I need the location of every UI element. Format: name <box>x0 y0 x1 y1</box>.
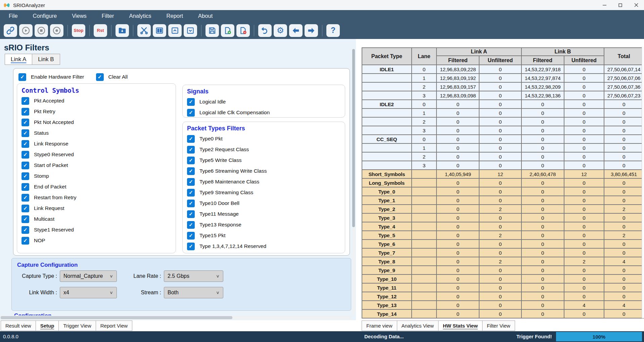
capture-type-dropdown[interactable]: Normal_Capture∨ <box>60 270 117 282</box>
settings-button[interactable]: ⚙ <box>274 24 287 37</box>
checkbox-checked-icon[interactable]: ✓ <box>187 200 195 207</box>
import-button[interactable] <box>116 24 129 37</box>
checkbox-checked-icon[interactable]: ✓ <box>187 178 195 186</box>
checkbox-type6-streaming-write-class[interactable]: ✓Type6 Streaming Write Class <box>183 166 345 176</box>
menu-filter[interactable]: Filter <box>102 13 114 19</box>
checkbox-type11-message[interactable]: ✓Type11 Message <box>183 209 345 219</box>
checkbox-checked-icon[interactable]: ✓ <box>21 97 29 105</box>
checkbox-checked-icon[interactable]: ✓ <box>21 205 29 212</box>
save-button[interactable] <box>205 24 219 37</box>
table-right-scrollbar[interactable] <box>642 47 644 318</box>
tab-filter-view[interactable]: Filter View <box>482 320 515 331</box>
checkbox-checked-icon[interactable]: ✓ <box>187 146 195 154</box>
checkbox-checked-icon[interactable]: ✓ <box>21 151 29 159</box>
checkbox-checked-icon[interactable]: ✓ <box>21 129 29 137</box>
checkbox-checked-icon[interactable]: ✓ <box>187 189 195 197</box>
menu-about[interactable]: About <box>198 13 213 19</box>
checkbox-checked-icon[interactable]: ✓ <box>21 140 29 148</box>
checkbox-restart-from-retry[interactable]: ✓Restart from Retry <box>17 192 176 203</box>
checkbox-checked-icon[interactable]: ✓ <box>21 119 29 126</box>
horizontal-scrollbar-thumb[interactable] <box>1 316 232 319</box>
lane-rate-dropdown[interactable]: 2.5 Gbps∨ <box>164 270 223 282</box>
checkbox-checked-icon[interactable]: ✓ <box>187 243 195 250</box>
checkbox-checked-icon[interactable]: ✓ <box>18 73 26 81</box>
menu-file[interactable]: File <box>9 13 18 19</box>
checkbox-checked-icon[interactable]: ✓ <box>21 183 29 191</box>
checkbox-checked-icon[interactable]: ✓ <box>21 172 29 180</box>
checkbox-checked-icon[interactable]: ✓ <box>21 108 29 116</box>
checkbox-logical-idle[interactable]: ✓Logical Idle <box>183 96 345 107</box>
checkbox-type8-maintenance-class[interactable]: ✓Type8 Maintenance Class <box>183 176 345 187</box>
checkbox-link-response[interactable]: ✓Link Response <box>17 138 176 149</box>
checkbox-checked-icon[interactable]: ✓ <box>187 109 195 117</box>
tools-button[interactable] <box>137 24 151 37</box>
tab-frame-view[interactable]: Frame view <box>362 320 397 331</box>
horizontal-scrollbar[interactable] <box>0 316 351 319</box>
reset-button[interactable]: Rst <box>94 24 107 37</box>
link-width-dropdown[interactable]: x4∨ <box>60 287 117 298</box>
checkbox-status[interactable]: ✓Status <box>17 128 176 138</box>
run-button[interactable] <box>19 24 33 37</box>
checkbox-stype0-reserved[interactable]: ✓Stype0 Reserved <box>17 149 176 160</box>
split-view-button[interactable] <box>153 24 166 37</box>
stream-dropdown[interactable]: Both∨ <box>164 287 223 298</box>
connect-button[interactable] <box>4 24 17 37</box>
checkbox-type13-response[interactable]: ✓Type13 Response <box>183 219 345 230</box>
checkbox-checked-icon[interactable]: ✓ <box>21 215 29 223</box>
hw-stats-table-area[interactable]: Packet TypeLaneLink ALink BTotalFiltered… <box>356 39 644 320</box>
vertical-scrollbar[interactable] <box>352 48 355 314</box>
checkbox-clear-all[interactable]: ✓Clear All <box>96 72 128 82</box>
tab-analytics-view[interactable]: Analytics View <box>397 320 439 331</box>
checkbox-checked-icon[interactable]: ✓ <box>187 167 195 175</box>
maximize-button[interactable] <box>612 0 628 10</box>
checkbox-multicast[interactable]: ✓Multicast <box>17 214 176 224</box>
checkbox-type5-write-class[interactable]: ✓Type5 Write Class <box>183 155 345 166</box>
checkbox-checked-icon[interactable]: ✓ <box>21 194 29 202</box>
minimize-button[interactable] <box>597 0 612 10</box>
checkbox-enable-hardware-filter[interactable]: ✓Enable Hardware Filter <box>18 72 84 82</box>
checkbox-checked-icon[interactable]: ✓ <box>187 221 195 229</box>
checkbox-checked-icon[interactable]: ✓ <box>187 157 195 164</box>
checkbox-type-1-3-4-7-12-14-reserved[interactable]: ✓Type 1,3,4,7,12,14 Reserved <box>183 241 345 252</box>
menu-report[interactable]: Report <box>167 13 183 19</box>
panel-down-button[interactable] <box>184 24 197 37</box>
checkbox-checked-icon[interactable]: ✓ <box>187 232 195 240</box>
undo-button[interactable] <box>258 24 272 37</box>
checkbox-start-of-packet[interactable]: ✓Start of Packet <box>17 160 176 171</box>
checkbox-end-of-packet[interactable]: ✓End of Packet <box>17 181 176 192</box>
close-button[interactable] <box>628 0 644 10</box>
menu-configure[interactable]: Configure <box>33 13 57 19</box>
help-button[interactable]: ? <box>326 24 340 37</box>
checkbox-checked-icon[interactable]: ✓ <box>187 98 195 106</box>
checkbox-pkt-accepted[interactable]: ✓Pkt Accepted <box>17 95 176 106</box>
checkbox-type15-pkt[interactable]: ✓Type15 Pkt <box>183 230 345 241</box>
checkbox-pkt-not-accepted[interactable]: ✓Pkt Not Accepted <box>17 117 176 128</box>
checkbox-type2-request-class[interactable]: ✓Type2 Request Class <box>183 144 345 155</box>
remove-file-button[interactable] <box>236 24 250 37</box>
panel-up-button[interactable] <box>168 24 182 37</box>
checkbox-pkt-retry[interactable]: ✓Pkt Retry <box>17 106 176 117</box>
vertical-scrollbar-thumb[interactable] <box>352 49 355 227</box>
checkbox-stype1-reserved[interactable]: ✓Stype1 Reserved <box>17 224 176 235</box>
checkbox-type9-streaming-class[interactable]: ✓Type9 Streaming Class <box>183 187 345 198</box>
back-button[interactable] <box>289 24 303 37</box>
menu-analytics[interactable]: Analytics <box>129 13 151 19</box>
checkbox-type0-pkt[interactable]: ✓Type0 Pkt <box>183 133 345 144</box>
record-button[interactable] <box>35 24 48 37</box>
forward-button[interactable] <box>305 24 318 37</box>
stop-button[interactable]: Stop <box>72 24 85 37</box>
checkbox-checked-icon[interactable]: ✓ <box>21 226 29 234</box>
checkbox-checked-icon[interactable]: ✓ <box>21 237 29 245</box>
capture-button[interactable] <box>50 24 63 37</box>
checkbox-checked-icon[interactable]: ✓ <box>96 73 104 81</box>
checkbox-checked-icon[interactable]: ✓ <box>187 210 195 218</box>
checkbox-checked-icon[interactable]: ✓ <box>187 135 195 143</box>
tab-trigger-view[interactable]: Trigger View <box>58 320 96 331</box>
checkbox-checked-icon[interactable]: ✓ <box>21 162 29 169</box>
checkbox-nop[interactable]: ✓NOP <box>17 235 176 246</box>
checkbox-link-request[interactable]: ✓Link Request <box>17 203 176 214</box>
checkbox-stomp[interactable]: ✓Stomp <box>17 171 176 181</box>
tab-result-view[interactable]: Result view <box>1 320 36 331</box>
tab-setup[interactable]: Setup <box>36 320 59 331</box>
checkbox-logical-idle-clk-compensation[interactable]: ✓Logical Idle Clk Compensation <box>183 107 345 118</box>
